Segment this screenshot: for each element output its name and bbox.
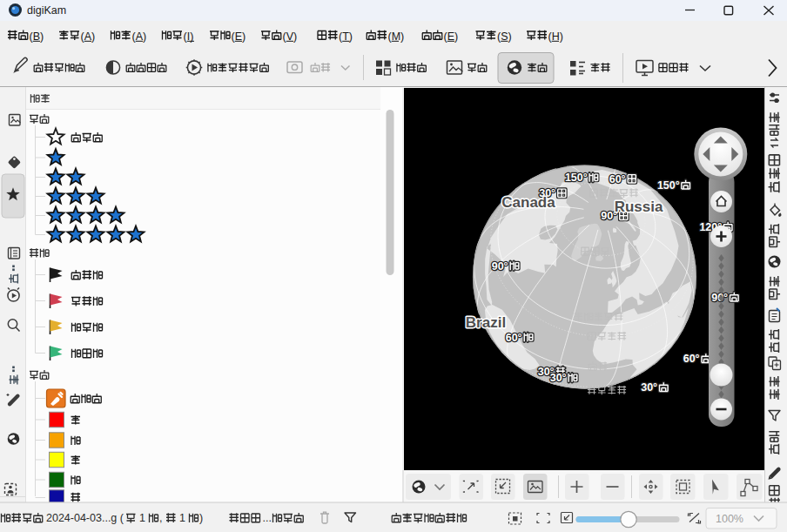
svg-text:): ) [199,512,203,524]
svg-text:,: , [159,512,162,524]
svg-text:Canada: Canada [501,194,555,211]
svg-text:30°: 30° [550,372,567,384]
svg-text:(V): (V) [283,30,298,43]
svg-text:2024-04-03...g (: 2024-04-03...g ( [46,512,124,524]
svg-text:(A): (A) [81,30,96,43]
svg-text:(A): (A) [132,30,147,43]
svg-text:30°: 30° [641,381,657,394]
svg-text:(I): (I) [184,30,194,43]
svg-text:60°: 60° [506,332,522,344]
svg-text:digiKam: digiKam [27,4,66,17]
svg-text:1: 1 [139,512,145,524]
svg-text:(H): (H) [548,30,563,43]
svg-text:(M): (M) [388,30,405,43]
svg-text:(E): (E) [232,30,246,43]
svg-text:60°: 60° [683,353,700,365]
svg-text:(T): (T) [339,30,353,43]
svg-text:150°: 150° [657,179,680,192]
svg-text:90°: 90° [492,260,508,273]
svg-text:100%: 100% [716,513,743,525]
svg-text:1: 1 [179,512,185,524]
svg-text:Russia: Russia [615,199,663,215]
svg-text:(E): (E) [444,30,459,43]
svg-text:60°: 60° [609,173,626,185]
svg-text:150°: 150° [565,172,588,184]
svg-text:(S): (S) [497,30,512,43]
svg-text:Brazil: Brazil [466,314,506,331]
svg-text:...: ... [263,512,272,524]
svg-text:(B): (B) [30,30,44,43]
